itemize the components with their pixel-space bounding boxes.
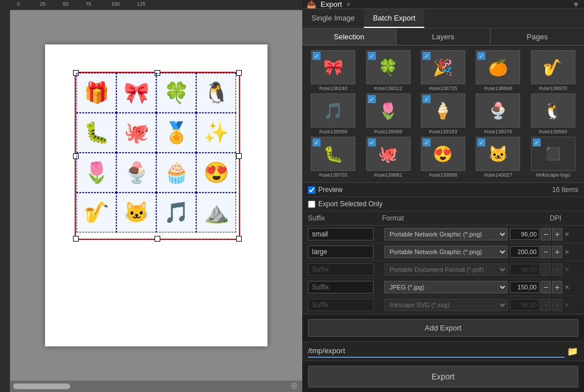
thumb-check-7[interactable]: ✓ (423, 95, 431, 103)
thumb-7[interactable]: ✓ 🍦 #use139183 (417, 93, 469, 134)
dpi-group-1: − + × (510, 246, 578, 258)
preview-checkbox[interactable] (308, 186, 315, 194)
suffix-input-0[interactable] (308, 228, 374, 240)
folder-icon[interactable]: 📁 (567, 346, 578, 357)
thumb-2[interactable]: ✓ 🎉 #use138725 (417, 50, 469, 91)
thumb-check-6[interactable]: ✓ (368, 95, 376, 103)
thumb-check-1[interactable]: ✓ (368, 52, 376, 60)
tab-batch-export[interactable]: Batch Export (364, 9, 424, 28)
suffix-input-2[interactable] (308, 263, 374, 276)
dpi-plus-4[interactable]: + (552, 299, 562, 311)
thumb-10[interactable]: ✓ 🐛 #use139703 (307, 137, 359, 178)
suffix-input-3[interactable] (308, 281, 374, 293)
suffix-input-1[interactable] (308, 246, 374, 258)
thumb-8[interactable]: 🍨 #use139376 (472, 93, 524, 134)
thumb-label-2: #use138725 (429, 85, 457, 91)
thumb-box-1: ✓ 🍀 (366, 50, 411, 84)
col-header-dpi: DPI (510, 214, 578, 222)
dpi-minus-2[interactable]: − (541, 263, 551, 276)
dpi-delete-3[interactable]: × (565, 283, 569, 292)
add-export-button[interactable]: Add Export (308, 319, 578, 337)
subtab-layers[interactable]: Layers (396, 28, 490, 45)
scrollbar-thumb[interactable] (13, 383, 70, 389)
thumb-3[interactable]: ✓ 🍊 #use138848 (472, 50, 524, 91)
canvas-emoji-10: 🧁 (156, 153, 196, 193)
thumb-box-7: ✓ 🍦 (421, 93, 465, 128)
thumb-check-0[interactable]: ✓ (313, 52, 321, 60)
dpi-plus-0[interactable]: + (552, 228, 562, 240)
thumb-6[interactable]: ✓ 🌷 #use139099 (362, 93, 414, 134)
thumb-label-8: #use139376 (484, 129, 513, 134)
dpi-input-0[interactable] (510, 228, 540, 240)
thumb-5[interactable]: 🎵 #use139056 (307, 93, 359, 134)
format-select-4[interactable]: Inkscape SVG (*.svg) Portable Network Gr… (384, 299, 508, 311)
dpi-group-0: − + × (510, 228, 578, 240)
export-row-3: JPEG (*.jpg) Portable Network Graphic (*… (302, 279, 584, 296)
panel-title-row: 📤 Export × (307, 0, 351, 9)
thumb-check-11[interactable]: ✓ (368, 138, 376, 146)
panel-collapse-icon[interactable]: ▼ (573, 1, 579, 9)
dpi-minus-3[interactable]: − (541, 281, 551, 293)
horizontal-scrollbar[interactable] (10, 381, 302, 392)
thumb-label-7: #use139183 (429, 129, 457, 134)
export-row-0: Portable Network Graphic (*.png) Portabl… (302, 226, 584, 243)
filepath-input[interactable] (308, 345, 565, 358)
export-button[interactable]: Export (308, 366, 578, 387)
format-select-2[interactable]: Portable Document Format (*.pdf) Portabl… (384, 263, 508, 276)
thumb-4[interactable]: 🎷 #use138970 (527, 50, 579, 91)
suffix-input-4[interactable] (308, 299, 374, 311)
thumb-13[interactable]: ✓ 🐱 #use140027 (472, 137, 524, 178)
thumb-1[interactable]: ✓ 🍀 #use138312 (362, 50, 414, 91)
dpi-delete-2[interactable]: × (565, 265, 569, 274)
thumb-check-3[interactable]: ✓ (477, 52, 485, 60)
thumb-11[interactable]: ✓ 🐙 #use139881 (362, 137, 414, 178)
canvas-content[interactable]: 🎁 🎀 🍀 🐧 🐛 🐙 🏅 ✨ 🌷 🍨 🧁 😍 🎷 🐱 🎵 ⛰️ (10, 10, 302, 392)
dpi-input-1[interactable] (510, 246, 540, 258)
dpi-input-2[interactable] (510, 264, 540, 275)
dpi-plus-2[interactable]: + (552, 263, 562, 276)
thumb-check-14[interactable]: ✓ (533, 138, 541, 146)
format-select-1[interactable]: Portable Network Graphic (*.png) Portabl… (384, 246, 508, 258)
col-header-format: Format (382, 214, 510, 222)
thumb-0[interactable]: ✓ 🎀 #use138240 (307, 50, 359, 91)
dpi-plus-1[interactable]: + (552, 246, 562, 258)
export-selected-checkbox[interactable] (308, 201, 315, 208)
thumb-box-5: 🎵 (311, 93, 355, 128)
dpi-input-3[interactable] (510, 281, 540, 293)
thumb-check-13[interactable]: ✓ (477, 138, 485, 146)
format-select-0[interactable]: Portable Network Graphic (*.png) Portabl… (384, 228, 508, 240)
preview-row: Preview 16 Items (302, 183, 584, 197)
tab-single-image[interactable]: Single Image (302, 9, 364, 28)
dpi-plus-3[interactable]: + (552, 281, 562, 293)
thumb-9[interactable]: 🐧 #use139560 (527, 93, 579, 134)
thumb-label-6: #use139099 (374, 129, 403, 134)
dpi-delete-4[interactable]: × (565, 300, 569, 309)
dpi-delete-0[interactable]: × (565, 230, 569, 239)
ruler-vertical (0, 10, 10, 392)
canvas-emoji-2: 🍀 (156, 73, 196, 113)
dpi-delete-1[interactable]: × (565, 247, 569, 256)
subtab-selection[interactable]: Selection (302, 28, 396, 45)
thumb-label-5: #use139056 (319, 129, 347, 134)
canvas-emoji-1: 🎀 (116, 73, 156, 113)
panel-close-icon[interactable]: × (347, 1, 351, 9)
thumb-check-2[interactable]: ✓ (423, 52, 431, 60)
canvas-area: 0 25 50 75 100 125 (0, 0, 302, 392)
format-select-3[interactable]: JPEG (*.jpg) Portable Network Graphic (*… (384, 281, 508, 293)
dpi-minus-4[interactable]: − (541, 299, 551, 311)
dpi-minus-0[interactable]: − (541, 228, 551, 240)
thumb-check-10[interactable]: ✓ (313, 138, 321, 146)
thumb-12[interactable]: ✓ 😍 #use139958 (417, 137, 469, 178)
canvas-emoji-7: ✨ (196, 113, 236, 153)
dpi-input-4[interactable] (510, 299, 540, 311)
snap-icon[interactable]: ⊕ (290, 380, 298, 391)
subtab-pages[interactable]: Pages (490, 28, 584, 45)
thumb-14[interactable]: ✓ ⬛ #inkscape-logo (527, 137, 579, 178)
thumb-label-9: #use139560 (539, 129, 567, 134)
canvas-emoji-8: 🌷 (76, 153, 116, 193)
dpi-minus-1[interactable]: − (541, 246, 551, 258)
canvas-emoji-15: ⛰️ (196, 193, 236, 232)
thumb-box-9: 🐧 (531, 93, 575, 128)
thumb-check-12[interactable]: ✓ (423, 138, 431, 146)
export-rows: Portable Network Graphic (*.png) Portabl… (302, 226, 584, 315)
